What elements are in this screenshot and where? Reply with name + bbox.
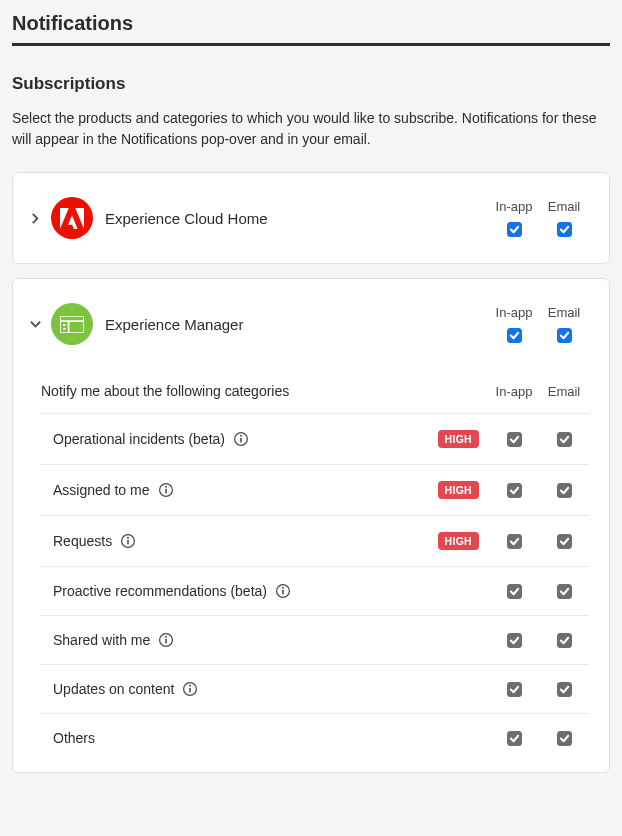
svg-rect-4 bbox=[63, 327, 66, 329]
category-label: Requests bbox=[53, 533, 112, 549]
svg-point-18 bbox=[165, 636, 167, 638]
svg-point-15 bbox=[282, 587, 284, 589]
svg-rect-16 bbox=[282, 590, 284, 595]
checkbox-email-category-4[interactable] bbox=[557, 633, 572, 648]
categories-header-row: Notify me about the following categories… bbox=[41, 369, 589, 413]
product-card-experience-cloud-home: Experience Cloud Home In-app Email bbox=[12, 172, 610, 264]
info-icon[interactable] bbox=[182, 681, 198, 697]
svg-rect-19 bbox=[165, 639, 167, 644]
svg-rect-22 bbox=[190, 688, 192, 693]
adobe-logo-icon bbox=[51, 197, 93, 239]
checkbox-email-em[interactable] bbox=[557, 328, 572, 343]
category-row: Shared with me bbox=[41, 615, 589, 664]
info-icon[interactable] bbox=[120, 533, 136, 549]
column-label-inapp: In-app bbox=[496, 305, 533, 320]
checkbox-inapp-ech[interactable] bbox=[507, 222, 522, 237]
checkbox-inapp-category-1[interactable] bbox=[507, 483, 522, 498]
checkbox-email-category-1[interactable] bbox=[557, 483, 572, 498]
title-divider bbox=[12, 43, 610, 46]
product-card-experience-manager: Experience Manager In-app Email No bbox=[12, 278, 610, 773]
checkbox-inapp-category-0[interactable] bbox=[507, 432, 522, 447]
category-row: Assigned to meHIGH bbox=[41, 464, 589, 515]
column-label-inapp: In-app bbox=[496, 384, 533, 399]
checkbox-inapp-category-5[interactable] bbox=[507, 682, 522, 697]
checkbox-email-category-3[interactable] bbox=[557, 584, 572, 599]
checkbox-email-category-2[interactable] bbox=[557, 534, 572, 549]
category-label: Assigned to me bbox=[53, 482, 150, 498]
checkbox-email-category-6[interactable] bbox=[557, 731, 572, 746]
category-label: Proactive recommendations (beta) bbox=[53, 583, 267, 599]
column-label-email: Email bbox=[548, 384, 581, 399]
svg-rect-7 bbox=[240, 438, 242, 443]
svg-point-12 bbox=[127, 537, 129, 539]
info-icon[interactable] bbox=[233, 431, 249, 447]
category-label: Updates on content bbox=[53, 681, 174, 697]
category-row: RequestsHIGH bbox=[41, 515, 589, 566]
info-icon[interactable] bbox=[158, 632, 174, 648]
svg-rect-13 bbox=[127, 540, 129, 545]
chevron-right-icon[interactable] bbox=[25, 213, 45, 224]
checkbox-inapp-category-4[interactable] bbox=[507, 633, 522, 648]
section-description: Select the products and categories to wh… bbox=[12, 108, 610, 150]
info-icon[interactable] bbox=[158, 482, 174, 498]
checkbox-email-ech[interactable] bbox=[557, 222, 572, 237]
checkbox-inapp-category-2[interactable] bbox=[507, 534, 522, 549]
column-label-inapp: In-app bbox=[496, 199, 533, 214]
priority-badge: HIGH bbox=[438, 532, 479, 550]
category-row: Updates on content bbox=[41, 664, 589, 713]
checkbox-inapp-em[interactable] bbox=[507, 328, 522, 343]
product-name: Experience Manager bbox=[105, 316, 489, 333]
category-label: Operational incidents (beta) bbox=[53, 431, 225, 447]
experience-manager-icon bbox=[51, 303, 93, 345]
category-label: Others bbox=[53, 730, 95, 746]
column-label-email: Email bbox=[548, 199, 581, 214]
category-label: Shared with me bbox=[53, 632, 150, 648]
svg-rect-3 bbox=[63, 324, 66, 326]
categories-header-label: Notify me about the following categories bbox=[41, 383, 489, 399]
page-title: Notifications bbox=[12, 12, 610, 35]
svg-point-9 bbox=[165, 486, 167, 488]
priority-badge: HIGH bbox=[438, 481, 479, 499]
info-icon[interactable] bbox=[275, 583, 291, 599]
svg-rect-10 bbox=[165, 489, 167, 494]
checkbox-inapp-category-6[interactable] bbox=[507, 731, 522, 746]
chevron-down-icon[interactable] bbox=[25, 319, 45, 330]
column-label-email: Email bbox=[548, 305, 581, 320]
category-row: Proactive recommendations (beta) bbox=[41, 566, 589, 615]
priority-badge: HIGH bbox=[438, 430, 479, 448]
checkbox-email-category-0[interactable] bbox=[557, 432, 572, 447]
checkbox-inapp-category-3[interactable] bbox=[507, 584, 522, 599]
section-title: Subscriptions bbox=[12, 74, 610, 94]
category-row: Operational incidents (beta)HIGH bbox=[41, 413, 589, 464]
product-name: Experience Cloud Home bbox=[105, 210, 489, 227]
svg-point-21 bbox=[189, 685, 191, 687]
checkbox-email-category-5[interactable] bbox=[557, 682, 572, 697]
svg-point-6 bbox=[240, 435, 242, 437]
category-row: Others bbox=[41, 713, 589, 762]
